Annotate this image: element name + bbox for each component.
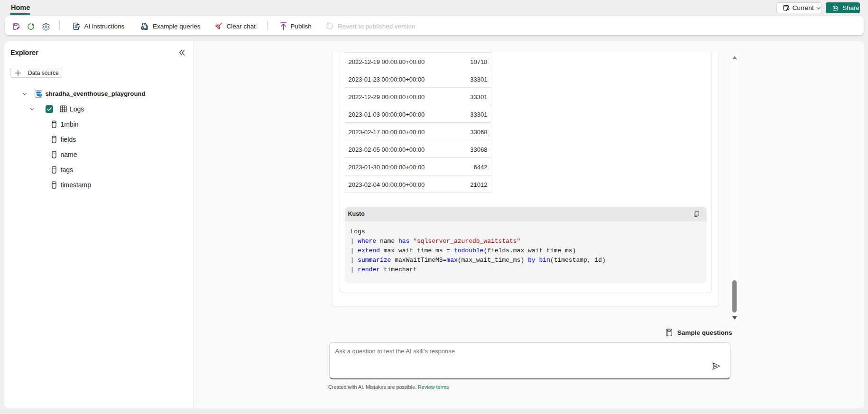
- svg-text:?: ?: [142, 27, 144, 29]
